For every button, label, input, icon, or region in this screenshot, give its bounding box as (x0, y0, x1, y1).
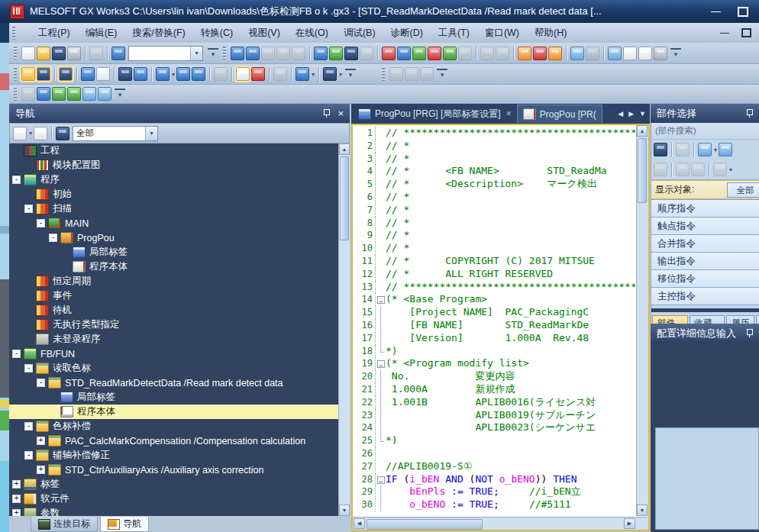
convert-all-icon[interactable] (37, 87, 50, 101)
collapse-icon[interactable]: - (24, 205, 33, 213)
dropdown-icon[interactable]: ▾ (145, 127, 157, 140)
simulation-start-icon[interactable] (570, 47, 584, 60)
device-storage-icon[interactable] (192, 67, 205, 81)
instruction-category[interactable]: 触点指令 (651, 218, 759, 235)
toolbar-combobox[interactable]: ▾ (128, 46, 203, 61)
new-project-icon[interactable] (21, 47, 35, 60)
scrollbar-thumb[interactable] (340, 156, 349, 240)
pin-icon[interactable] (323, 109, 330, 118)
docking-tab[interactable]: 连接目标 (31, 517, 98, 532)
toolbar-overflow-button[interactable]: ▾ (670, 48, 681, 59)
tree-item[interactable]: 恒定周期 (9, 274, 350, 289)
scroll-down-icon[interactable]: ▼ (339, 505, 350, 516)
menu-item[interactable]: 工程(P) (31, 24, 78, 43)
st-editor[interactable]: 1// ************************************… (351, 124, 650, 531)
tree-filter-combobox[interactable]: 全部▾ (73, 126, 158, 141)
navigation-scrollbar[interactable]: ▲ ▼ (338, 143, 350, 516)
step-execution-icon[interactable] (273, 67, 287, 81)
instruction-category[interactable]: 移位指令 (651, 270, 759, 288)
collapse-icon[interactable]: - (49, 234, 57, 242)
edit-mode-icon[interactable] (236, 67, 250, 81)
dropdown-icon[interactable]: ▾ (29, 130, 32, 137)
toolbar-grip[interactable] (14, 68, 17, 81)
dropdown-icon[interactable]: ▾ (312, 71, 315, 78)
menu-item[interactable]: 帮助(H) (527, 24, 574, 43)
toolbar-grip[interactable] (14, 88, 17, 101)
menu-item[interactable]: 搜索/替换(F) (124, 24, 192, 43)
tree-item[interactable]: +参数 (9, 506, 350, 516)
menu-item[interactable]: 诊断(D) (383, 24, 431, 43)
tree-item[interactable]: +STD_CtrlAuxiliaryAxis /Auxiliary axis c… (9, 463, 350, 477)
menu-item[interactable]: 视图(V) (241, 24, 288, 43)
open-project-icon[interactable] (37, 47, 50, 60)
detail-input-area[interactable] (655, 427, 759, 530)
syntax-check-icon[interactable] (251, 67, 265, 81)
device-memory-icon[interactable] (176, 67, 190, 81)
insert-comment-icon[interactable] (98, 87, 111, 101)
expand-icon[interactable]: + (12, 509, 21, 516)
collapse-icon[interactable]: - (24, 451, 33, 459)
editor-vertical-scrollbar[interactable]: ▲ ▼ (636, 125, 648, 516)
device-display-icon[interactable] (296, 67, 309, 81)
parts-remove-place-icon[interactable] (719, 143, 732, 156)
toolbar-overflow-button[interactable]: ▾ (208, 48, 218, 59)
parts-search-input[interactable]: (部件搜索) (651, 123, 759, 140)
tree-item[interactable]: -读取色标 (9, 361, 350, 376)
fold-collapse-icon[interactable] (376, 357, 386, 370)
find-in-window-icon[interactable] (134, 67, 147, 81)
parts-book-icon[interactable] (676, 143, 690, 156)
tree-item[interactable]: 程序本体 (9, 405, 350, 419)
tree-item[interactable]: -ProgPou (9, 231, 350, 245)
dropdown-icon[interactable]: ▾ (190, 47, 202, 60)
dropdown-icon[interactable]: ▾ (339, 71, 342, 78)
scrollbar-thumb[interactable] (638, 138, 647, 203)
menu-item[interactable]: 转换(C) (193, 24, 241, 43)
toolbar-overflow-button[interactable]: ▾ (115, 89, 125, 99)
program-check-icon[interactable] (608, 47, 622, 60)
find-next-icon[interactable] (67, 87, 81, 101)
cut-icon[interactable] (231, 47, 244, 60)
docking-tab[interactable]: 导航 (100, 517, 149, 532)
tree-item[interactable]: 工程 (9, 143, 350, 158)
collapse-icon[interactable]: - (24, 364, 33, 372)
tree-item[interactable]: -色标补偿 (9, 419, 350, 434)
window-tile-icon[interactable] (405, 67, 418, 81)
parts-window-icon[interactable] (713, 163, 727, 176)
collapse-icon[interactable]: - (24, 422, 33, 430)
menu-item[interactable]: 在线(O) (288, 24, 336, 43)
tree-item[interactable]: -MAIN (9, 216, 350, 231)
copy-icon[interactable] (246, 47, 260, 60)
mdi-restore-button[interactable] (741, 28, 751, 37)
expand-icon[interactable]: + (37, 466, 45, 474)
toolbar-grip[interactable] (382, 68, 385, 81)
tree-item[interactable]: +PAC_CalcMarkCompensation /Compensation … (9, 434, 350, 448)
window-cascade-icon[interactable] (389, 67, 403, 81)
write-to-plc-icon[interactable] (314, 47, 328, 60)
simulation-stop-icon[interactable] (586, 47, 599, 60)
read-from-plc-icon[interactable] (329, 47, 343, 60)
collapse-icon[interactable]: - (12, 350, 21, 358)
scroll-up-icon[interactable]: ▲ (339, 143, 350, 155)
settings-gear-icon[interactable] (56, 127, 69, 140)
undo-icon[interactable] (276, 47, 290, 60)
tree-item[interactable]: -扫描 (9, 202, 350, 216)
instruction-category[interactable]: 输出指令 (651, 253, 759, 270)
toolbar-grip[interactable] (223, 47, 226, 60)
device-monitor-1-icon[interactable] (480, 47, 494, 60)
menu-grip[interactable] (12, 27, 15, 40)
tree-item[interactable]: 待机 (9, 303, 350, 318)
watch-start-icon[interactable] (412, 47, 426, 60)
navigation-window-icon[interactable] (21, 67, 35, 81)
tab-close-icon[interactable]: × (506, 108, 512, 119)
parts-folder-icon[interactable] (676, 163, 690, 176)
program-editor-list-icon[interactable] (81, 67, 95, 81)
dropdown-icon[interactable]: ▾ (714, 147, 717, 153)
scrollbar-thumb[interactable] (367, 519, 483, 530)
tree-collapse-icon[interactable] (13, 127, 27, 140)
cross-reference-icon[interactable] (533, 47, 547, 60)
device-search-icon[interactable] (323, 67, 337, 81)
tree-item[interactable]: -辅轴补偿修正 (9, 448, 350, 463)
tree-item[interactable]: 事件 (9, 289, 350, 303)
pin-icon[interactable] (746, 109, 753, 118)
expand-icon[interactable]: + (37, 437, 45, 445)
